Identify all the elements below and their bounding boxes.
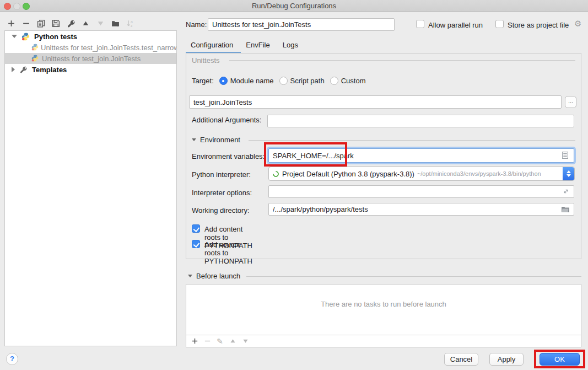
name-input[interactable] (208, 18, 395, 31)
chevron-right-icon[interactable] (12, 67, 15, 72)
add-source-roots-checkbox[interactable] (192, 240, 200, 248)
conda-environment-icon (272, 169, 280, 178)
store-as-project-file-label: Store as project file (508, 21, 569, 29)
browse-variables-icon[interactable] (562, 152, 568, 159)
store-as-project-file-checkbox[interactable] (495, 20, 504, 28)
tree-item-label: Python tests (34, 33, 77, 41)
apply-button[interactable]: Apply (489, 353, 524, 366)
add-content-roots-checkbox[interactable] (192, 224, 200, 233)
tree-item-unittest-narrow[interactable]: Unittests for test_join.JoinTests.test_n… (5, 42, 176, 53)
source-roots-checkbox-row[interactable]: Add source roots to PYTHONPATH (192, 240, 200, 250)
tree-item-label: Templates (32, 66, 67, 74)
tab-logs[interactable]: Logs (278, 36, 306, 54)
interpreter-path: ~/opt/miniconda3/envs/pyspark-3.8/bin/py… (417, 170, 541, 177)
python-interpreter-label: Python interpreter: (192, 170, 251, 179)
allow-parallel-run-checkbox[interactable] (416, 20, 424, 28)
svg-text:z: z (131, 23, 133, 27)
additional-arguments-label: Additional Arguments: (192, 116, 261, 124)
interpreter-options-label: Interpreter options: (192, 189, 252, 197)
expand-field-icon[interactable] (563, 188, 569, 195)
save-configuration-icon[interactable] (51, 19, 61, 28)
titlebar: Run/Debug Configurations (0, 0, 588, 12)
python-test-run-icon (31, 44, 39, 52)
copy-configuration-icon[interactable] (36, 19, 46, 28)
working-directory-input[interactable] (268, 203, 574, 216)
radio-script-path[interactable]: Script path (279, 77, 325, 85)
interpreter-options-input[interactable] (268, 185, 574, 198)
before-launch-title: Before launch (196, 272, 240, 280)
tab-bar: Configuration EnvFile Logs (186, 36, 306, 54)
allow-parallel-run-label: Allow parallel run (428, 21, 483, 29)
before-launch-toolbar: ✎ (186, 335, 581, 347)
radio-button-selected[interactable] (219, 77, 228, 85)
edit-templates-wrench-icon[interactable] (66, 19, 75, 28)
move-down-icon[interactable] (96, 19, 105, 28)
group-divider (229, 60, 575, 61)
radio-label: Script path (290, 77, 325, 85)
section-divider (246, 276, 581, 277)
configurations-toolbar: az (7, 17, 135, 29)
remove-task-icon[interactable] (203, 337, 211, 345)
add-configuration-icon[interactable] (7, 19, 16, 28)
environment-section-title: Environment (200, 136, 240, 144)
target-label: Target: (192, 77, 214, 85)
svg-text:a: a (131, 19, 133, 23)
working-directory-label: Working directory: (192, 206, 250, 215)
tree-item-unittest-jointests-selected[interactable]: Unittests for test_join.JoinTests (5, 53, 176, 64)
folder-icon[interactable] (562, 206, 569, 212)
move-task-up-icon[interactable] (229, 337, 236, 345)
environment-variables-input[interactable] (268, 148, 574, 163)
add-source-roots-label: Add source roots to PYTHONPATH (204, 240, 252, 265)
tab-envfile[interactable]: EnvFile (241, 36, 277, 54)
content-roots-checkbox-row[interactable]: Add content roots to PYTHONPATH (192, 224, 200, 235)
before-launch-empty-text: There are no tasks to run before launch (186, 300, 581, 308)
help-button[interactable]: ? (6, 353, 18, 365)
sort-alphabetically-icon[interactable]: az (126, 19, 135, 28)
name-label: Name: (186, 20, 207, 29)
before-launch-panel: There are no tasks to run before launch … (186, 284, 581, 347)
module-name-input[interactable] (189, 95, 562, 109)
radio-label: Custom (341, 77, 366, 85)
edit-task-pencil-icon[interactable]: ✎ (216, 337, 224, 345)
ok-button[interactable]: OK (540, 353, 580, 366)
interpreter-value: Project Default (Python 3.8 (pyspark-3.8… (282, 170, 414, 178)
radio-module-name[interactable]: Module name (219, 77, 274, 85)
tree-item-label: Unittests for test_join.JoinTests.test_n… (41, 44, 176, 52)
move-task-down-icon[interactable] (241, 337, 249, 345)
configuration-panel: Unittests Target: Module name Script pat… (186, 53, 581, 259)
radio-custom[interactable]: Custom (330, 77, 366, 85)
tree-item-python-tests[interactable]: Python tests (5, 31, 176, 42)
tree-item-label: Unittests for test_join.JoinTests (42, 55, 141, 63)
remove-configuration-icon[interactable] (21, 19, 31, 28)
configurations-tree: Python tests Unittests for test_join.Joi… (4, 30, 177, 346)
radio-button[interactable] (279, 77, 288, 85)
unittests-group-title: Unittests (192, 56, 220, 65)
section-divider (249, 140, 575, 141)
before-launch-collapse-icon[interactable] (188, 275, 192, 277)
python-interpreter-select[interactable]: Project Default (Python 3.8 (pyspark-3.8… (268, 167, 575, 181)
browse-button[interactable]: ... (565, 96, 576, 108)
new-folder-icon[interactable] (111, 19, 120, 28)
gear-icon[interactable]: ⚙ (574, 19, 581, 29)
cancel-button[interactable]: Cancel (444, 353, 478, 366)
templates-wrench-icon (19, 66, 28, 74)
chevron-down-icon[interactable] (12, 35, 17, 38)
environment-variables-label: Environment variables: (192, 152, 265, 160)
additional-arguments-input[interactable] (267, 115, 574, 127)
environment-collapse-icon[interactable] (192, 138, 196, 141)
tree-item-templates[interactable]: Templates (5, 64, 176, 75)
radio-label: Module name (230, 77, 274, 85)
radio-button[interactable] (330, 77, 338, 85)
dropdown-stepper-icon[interactable] (563, 167, 574, 180)
add-task-icon[interactable] (191, 337, 198, 345)
move-up-icon[interactable] (81, 19, 90, 28)
python-test-run-icon (31, 55, 40, 63)
window-title: Run/Debug Configurations (0, 2, 588, 10)
target-row: Target: Module name Script path Custom (192, 77, 365, 85)
tab-configuration[interactable]: Configuration (186, 36, 241, 54)
python-tests-icon (21, 33, 30, 41)
